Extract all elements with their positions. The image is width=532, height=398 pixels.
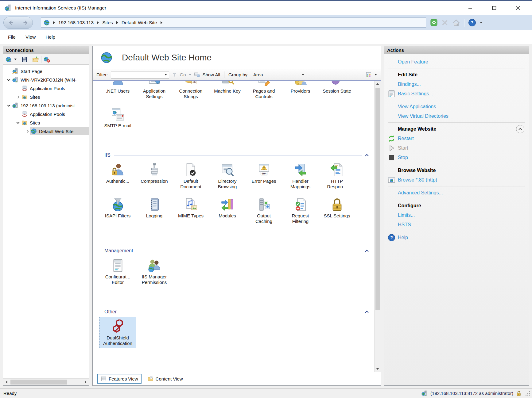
tree-item-192-168-103-113-administ[interactable]: 192.168.103.113 (administ (3, 101, 89, 110)
actions-header: Actions (384, 46, 529, 54)
menu-item-help[interactable]: Help (45, 34, 55, 40)
view-mode-icon[interactable] (366, 72, 372, 78)
back-icon[interactable] (8, 19, 14, 26)
tree-item-application-pools[interactable]: Application Pools (3, 84, 89, 93)
feature-connection-strings[interactable]: abConnection Strings (173, 81, 209, 99)
minimize-icon[interactable] (468, 6, 473, 10)
feature-smtp-e-mail[interactable]: SMTP E-mail (99, 107, 136, 128)
scroll-right-icon[interactable] (82, 379, 89, 385)
connect-to-site-icon[interactable] (32, 56, 39, 63)
go-dropdown-icon[interactable] (189, 74, 191, 75)
create-connection-dropdown-icon[interactable] (14, 59, 17, 60)
breadcrumb-item-192-168-103-113[interactable]: 192.168.103.113 (58, 20, 94, 25)
feature-compression[interactable]: Compression (136, 163, 173, 189)
feature-modules[interactable]: Modules (209, 197, 246, 224)
view-mode-dropdown-icon[interactable] (375, 74, 377, 75)
group-by-select[interactable]: Area (251, 71, 306, 78)
filter-input[interactable] (111, 71, 169, 78)
collapse-section-icon[interactable] (365, 154, 368, 157)
svg-text:?: ? (471, 20, 474, 25)
tree-item-default-web-site[interactable]: Default Web Site (3, 127, 89, 136)
breadcrumb-item-sites[interactable]: Sites (102, 20, 113, 25)
scroll-left-icon[interactable] (3, 379, 10, 385)
scroll-up-icon[interactable] (375, 81, 381, 87)
breadcrumb[interactable]: 192.168.103.113SitesDefault Web Site (41, 17, 426, 28)
delete-connection-icon[interactable] (44, 56, 50, 63)
feature-handler-mappings[interactable]: Handler Mappings (282, 163, 319, 189)
section-header-management: Management (104, 248, 368, 254)
actions-separator (388, 186, 525, 186)
feature-directory-browsing[interactable]: Directory Browsing (209, 163, 246, 189)
feature-authentic[interactable]: Authentic... (99, 163, 136, 189)
tree-item-sites[interactable]: Sites (3, 118, 89, 127)
feature-machine-key[interactable]: Machine Key (209, 81, 246, 99)
expander-icon[interactable] (6, 77, 11, 82)
address-bar: 192.168.103.113SitesDefault Web Site ? (0, 15, 532, 30)
feature-pages-and-controls[interactable]: Pages and Controls (246, 81, 282, 99)
contentview-icon (148, 376, 153, 382)
home-icon[interactable] (452, 19, 460, 27)
scrollbar-thumb[interactable] (375, 88, 380, 310)
feature-configurat-editor[interactable]: Configurat... Editor (99, 258, 136, 285)
action-limits: Limits... (384, 210, 529, 220)
help-icon[interactable]: ? (468, 19, 476, 27)
delete-connection-icon[interactable] (44, 56, 50, 63)
forward-icon[interactable] (22, 19, 29, 26)
feature-error-pages[interactable]: 404Error Pages (246, 163, 282, 189)
breadcrumb-item-default-web-site[interactable]: Default Web Site (122, 20, 157, 25)
action-edit-site: Edit Site (384, 70, 529, 79)
help-icon[interactable]: ? (468, 19, 476, 27)
feature-output-caching[interactable]: Output Caching (246, 197, 282, 224)
save-connections-icon[interactable] (21, 56, 28, 63)
view-mode-icon[interactable] (366, 72, 372, 78)
feature-logging[interactable]: Logging (136, 197, 173, 224)
close-icon[interactable] (516, 6, 521, 10)
create-connection-icon[interactable] (5, 56, 12, 63)
features-content: .NET UsersApplication SettingsabConnecti… (93, 81, 381, 372)
feature-http-respon[interactable]: HTTP Respon... (319, 163, 355, 189)
feature-net-users[interactable]: .NET Users (99, 81, 136, 99)
scrollbar-thumb[interactable] (10, 380, 67, 385)
feature-ssl-settings[interactable]: SSL Settings (319, 197, 355, 224)
feature-session-state[interactable]: Session State (319, 81, 355, 99)
menu-item-file[interactable]: File (8, 34, 16, 40)
mime-icon (184, 197, 198, 212)
feature-request-filtering[interactable]: Request Filtering (282, 197, 319, 224)
vertical-scrollbar[interactable] (374, 81, 381, 372)
horizontal-scrollbar[interactable] (3, 378, 89, 385)
tab-features-view[interactable]: Features View (97, 374, 142, 384)
expander-icon[interactable] (6, 103, 11, 108)
expander-icon[interactable] (25, 129, 30, 134)
tree-item-application-pools[interactable]: Application Pools (3, 110, 89, 118)
go-button[interactable]: Go (180, 72, 186, 77)
feature-isapi-filters[interactable]: ISAPI Filters (99, 197, 136, 224)
navigation-buttons (3, 17, 33, 29)
feature-mime-types[interactable]: MIME Types (173, 197, 209, 224)
tree-item-sites[interactable]: Sites (3, 93, 89, 101)
tab-content-view[interactable]: Content View (145, 374, 186, 383)
actions-panel: Actions Open FeatureEdit SiteBindings...… (384, 46, 529, 386)
save-connections-icon[interactable] (21, 56, 28, 63)
feature-application-settings[interactable]: Application Settings (136, 81, 173, 99)
refresh-icon[interactable] (430, 19, 437, 26)
help-dropdown-icon[interactable] (480, 22, 482, 23)
resize-grip[interactable] (526, 391, 530, 396)
feature-providers[interactable]: Providers (282, 81, 319, 99)
tree-item-win-vrv2kfo3j2n-win[interactable]: WIN-VRV2KFO3J2N (WIN- (3, 75, 89, 84)
maximize-icon[interactable] (492, 6, 497, 10)
expander-icon[interactable] (15, 120, 21, 125)
scroll-down-icon[interactable] (375, 365, 381, 372)
refresh-icon[interactable] (430, 19, 437, 26)
tree-item-start-page[interactable]: Start Page (3, 67, 89, 75)
menu-item-view[interactable]: View (25, 34, 36, 40)
feature-dualshield-authentication[interactable]: DualShield Authentication (99, 317, 136, 348)
collapse-section-icon[interactable] (365, 250, 368, 253)
feature-iis-manager-permissions[interactable]: IIS Manager Permissions (136, 258, 173, 285)
expander-icon[interactable] (15, 94, 21, 100)
show-all-button[interactable]: Show All (203, 72, 220, 77)
collapse-group-icon[interactable] (516, 125, 524, 133)
action-start: Start (384, 143, 529, 153)
collapse-section-icon[interactable] (365, 311, 368, 314)
feature-default-document[interactable]: Default Document (173, 163, 209, 189)
connect-to-site-icon[interactable] (32, 56, 39, 63)
